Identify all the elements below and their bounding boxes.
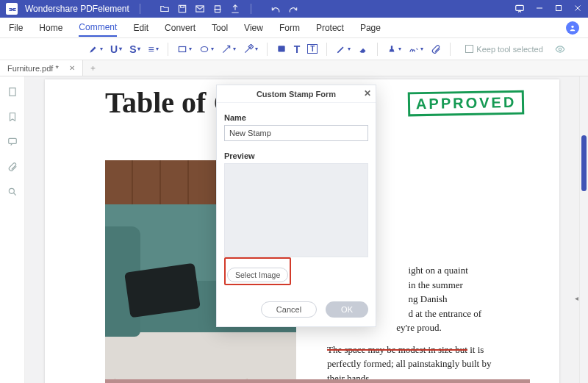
- arrow-tool[interactable]: [221, 44, 236, 54]
- svg-rect-0: [179, 5, 185, 12]
- menubar: File Home Comment Edit Convert Tool View…: [0, 18, 588, 38]
- stamp-name-input[interactable]: [224, 125, 368, 141]
- keep-tool-selected[interactable]: Keep tool selected: [465, 45, 543, 54]
- svg-point-7: [201, 46, 207, 51]
- menu-convert[interactable]: Convert: [165, 20, 196, 36]
- pencil-tool[interactable]: [336, 44, 351, 54]
- svg-point-10: [559, 48, 562, 51]
- print-icon[interactable]: [212, 4, 223, 14]
- email-icon[interactable]: [195, 4, 205, 14]
- open-icon[interactable]: [159, 4, 170, 14]
- menu-edit[interactable]: Edit: [133, 20, 148, 36]
- highlight-tool[interactable]: [88, 44, 103, 54]
- divider: [140, 4, 140, 14]
- thumbnails-icon[interactable]: [7, 87, 18, 97]
- signature-tool[interactable]: [409, 44, 423, 54]
- minimize-icon[interactable]: [535, 4, 544, 14]
- vertical-scrollbar[interactable]: [579, 76, 588, 383]
- bookmark-icon[interactable]: [7, 112, 18, 122]
- svg-rect-3: [516, 5, 524, 10]
- tab-label: Furniture.pdf *: [7, 64, 59, 73]
- separator: [377, 43, 378, 56]
- history-group: [270, 4, 298, 14]
- svg-point-5: [571, 25, 573, 27]
- window-controls: [514, 4, 582, 14]
- name-label: Name: [224, 113, 368, 122]
- menu-view[interactable]: View: [244, 20, 263, 36]
- separator: [267, 43, 268, 56]
- speech-icon[interactable]: [514, 4, 525, 14]
- note-tool[interactable]: [276, 44, 287, 54]
- menu-comment[interactable]: Comment: [79, 19, 117, 37]
- oval-tool[interactable]: [199, 44, 214, 54]
- separator: [326, 43, 327, 56]
- attachment-tool[interactable]: [431, 44, 441, 54]
- save-icon[interactable]: [177, 4, 187, 14]
- quick-access-group: [159, 4, 240, 14]
- svg-rect-12: [8, 138, 16, 143]
- dialog-close-icon[interactable]: ✕: [364, 88, 371, 99]
- tabstrip: Furniture.pdf * ✕ ＋: [0, 60, 588, 76]
- menu-form[interactable]: Form: [279, 20, 300, 36]
- undo-icon[interactable]: [270, 4, 281, 14]
- separator: [450, 43, 451, 56]
- maximize-icon[interactable]: [554, 4, 563, 14]
- menu-protect[interactable]: Protect: [316, 20, 344, 36]
- measure-tool[interactable]: [243, 44, 258, 54]
- rectangle-tool[interactable]: [177, 44, 192, 54]
- stamp-tool[interactable]: [387, 44, 401, 54]
- left-sidebar: [0, 76, 25, 383]
- menu-home[interactable]: Home: [39, 20, 62, 36]
- app-title: Wondershare PDFelement: [25, 4, 129, 14]
- menu-tool[interactable]: Tool: [212, 20, 228, 36]
- textbox-tool[interactable]: T: [294, 43, 301, 55]
- lines-tool[interactable]: ≡: [148, 43, 158, 55]
- divider: [251, 4, 251, 14]
- approved-stamp[interactable]: APPROVED: [407, 90, 524, 117]
- callout-tool[interactable]: T: [307, 44, 318, 54]
- checkbox-icon[interactable]: [465, 45, 473, 53]
- page-footer-band: [105, 379, 530, 383]
- preview-label: Preview: [224, 151, 368, 160]
- scroll-thumb[interactable]: [581, 135, 587, 191]
- visibility-icon[interactable]: [553, 44, 567, 54]
- expand-right-icon[interactable]: ◂: [573, 290, 579, 306]
- svg-point-13: [9, 188, 14, 193]
- preview-area: [224, 163, 368, 257]
- ok-button[interactable]: OK: [326, 301, 368, 318]
- cancel-button[interactable]: Cancel: [261, 301, 317, 318]
- redo-icon[interactable]: [288, 4, 298, 14]
- search-icon[interactable]: [7, 187, 18, 197]
- custom-stamp-dialog: Custom Stamp Form ✕ Name Preview Select …: [216, 85, 376, 327]
- eraser-tool[interactable]: [358, 44, 368, 54]
- separator: [168, 43, 168, 56]
- strikethrough-tool[interactable]: S: [129, 43, 140, 55]
- dialog-title: Custom Stamp Form: [257, 90, 336, 99]
- add-tab-button[interactable]: ＋: [83, 62, 103, 74]
- svg-rect-6: [179, 46, 185, 51]
- tutorial-highlight: Select Image: [224, 257, 291, 285]
- keep-tool-label: Keep tool selected: [476, 45, 543, 54]
- titlebar: ⫘ Wondershare PDFelement: [0, 0, 588, 18]
- attachment-icon[interactable]: [7, 162, 18, 172]
- dialog-header: Custom Stamp Form ✕: [217, 85, 376, 103]
- menu-page[interactable]: Page: [360, 20, 381, 36]
- svg-rect-9: [278, 46, 284, 51]
- user-avatar[interactable]: [566, 21, 579, 35]
- svg-rect-11: [9, 88, 15, 96]
- menu-file[interactable]: File: [9, 20, 23, 36]
- export-icon[interactable]: [230, 4, 240, 14]
- tab-close-icon[interactable]: ✕: [69, 64, 75, 72]
- app-logo: ⫘: [6, 3, 18, 15]
- strikethrough-annotation[interactable]: The space may be modest in size but: [327, 344, 467, 355]
- document-tab[interactable]: Furniture.pdf * ✕: [0, 60, 83, 76]
- comments-icon[interactable]: [7, 137, 18, 147]
- select-image-button[interactable]: Select Image: [227, 268, 288, 282]
- close-icon[interactable]: [573, 4, 582, 14]
- underline-tool[interactable]: U: [110, 43, 122, 55]
- svg-rect-2: [215, 10, 220, 12]
- comment-toolbar: U S ≡ T T Keep tool selected: [0, 38, 588, 60]
- svg-rect-4: [556, 6, 562, 11]
